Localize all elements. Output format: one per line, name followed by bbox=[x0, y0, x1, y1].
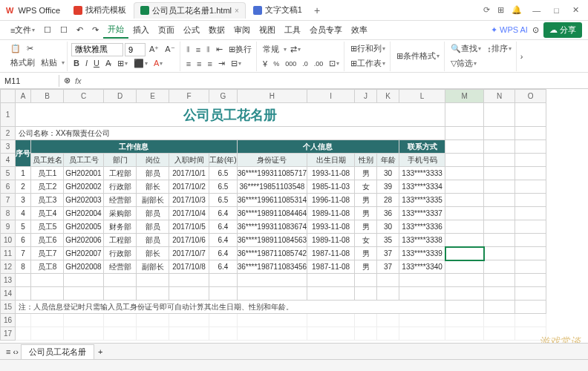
cell[interactable] bbox=[515, 260, 546, 274]
align-center-icon[interactable]: ≡ bbox=[195, 58, 203, 70]
transpose-icon[interactable]: ⇄▾ bbox=[288, 43, 303, 56]
cell[interactable] bbox=[484, 234, 515, 247]
indent-left-icon[interactable]: ⇤ bbox=[214, 43, 225, 56]
merge-icon[interactable]: ⊞ 换行 bbox=[226, 42, 254, 56]
cell-age[interactable]: 37 bbox=[377, 260, 399, 274]
cell-pos[interactable]: 副部长 bbox=[137, 260, 169, 274]
cell[interactable] bbox=[355, 287, 377, 301]
cell[interactable] bbox=[484, 180, 515, 194]
cell-yrs[interactable]: 6.5 bbox=[209, 180, 238, 194]
cell[interactable] bbox=[64, 327, 104, 341]
cell-name[interactable]: 员工5 bbox=[31, 220, 64, 234]
cell[interactable] bbox=[399, 274, 445, 287]
cell-pos[interactable]: 部员 bbox=[137, 220, 169, 234]
cell[interactable] bbox=[237, 287, 307, 301]
row-header[interactable]: 16 bbox=[1, 314, 16, 327]
cell[interactable] bbox=[445, 327, 484, 341]
cell-phone[interactable]: 133****3333 bbox=[399, 167, 445, 180]
cell[interactable] bbox=[31, 274, 64, 287]
cell[interactable] bbox=[484, 247, 515, 260]
cell[interactable] bbox=[31, 287, 64, 301]
cell-phone[interactable]: 133****3336 bbox=[399, 220, 445, 234]
menu-view[interactable]: 视图 bbox=[255, 22, 280, 38]
increase-font-icon[interactable]: A⁺ bbox=[147, 43, 161, 56]
col-header-M[interactable]: M bbox=[445, 90, 484, 103]
cell-seq[interactable]: 1 bbox=[16, 167, 31, 180]
cell[interactable] bbox=[137, 314, 169, 327]
cell-name[interactable]: 员工6 bbox=[31, 234, 64, 247]
menu-formula[interactable]: 公式 bbox=[179, 22, 204, 38]
cell[interactable] bbox=[484, 194, 515, 207]
row-header[interactable]: 12 bbox=[1, 260, 16, 274]
row-header[interactable]: 9 bbox=[1, 220, 16, 234]
fx-cancel-icon[interactable]: ⊗ bbox=[64, 76, 71, 85]
cell-gender[interactable]: 女 bbox=[355, 180, 377, 194]
align-right-icon[interactable]: ≡ bbox=[206, 58, 215, 70]
paste-button[interactable]: 粘贴 bbox=[39, 56, 59, 70]
format-brush[interactable]: 格式刷 bbox=[8, 56, 37, 70]
redo-icon[interactable]: ↷ bbox=[88, 23, 103, 37]
cell[interactable] bbox=[169, 274, 209, 287]
cell-dept[interactable]: 工程部 bbox=[104, 234, 137, 247]
row-header[interactable]: 6 bbox=[1, 180, 16, 194]
cell[interactable] bbox=[16, 274, 31, 287]
spreadsheet-grid[interactable]: ABCDEFGHIJKLMNO1公司员工花名册2公司名称：XX有限责任公司3序号… bbox=[0, 89, 588, 364]
cell[interactable] bbox=[307, 274, 355, 287]
cell-phone[interactable]: 133****3334 bbox=[399, 180, 445, 194]
cell[interactable] bbox=[31, 327, 64, 341]
cell-yrs[interactable]: 6.4 bbox=[209, 247, 238, 260]
cell-pos[interactable]: 部长 bbox=[137, 180, 169, 194]
cell-seq[interactable]: 4 bbox=[16, 207, 31, 220]
sheet-add-icon[interactable]: + bbox=[96, 347, 102, 356]
cell-hire[interactable]: 2017/10/8 bbox=[169, 260, 209, 274]
menu-icon-1[interactable]: ☐ bbox=[39, 23, 56, 37]
italic-icon[interactable]: I bbox=[83, 57, 90, 69]
cell-name[interactable]: 员工2 bbox=[31, 180, 64, 194]
row-header[interactable]: 10 bbox=[1, 234, 16, 247]
col-header-J[interactable]: J bbox=[355, 90, 377, 103]
cell-empno[interactable]: GH202002 bbox=[64, 180, 104, 194]
cond-format-button[interactable]: ⊞ 条件格式▾ bbox=[394, 49, 442, 63]
sheet-tab[interactable]: 公司员工花名册 bbox=[21, 344, 94, 359]
col-header-I[interactable]: I bbox=[307, 90, 355, 103]
cell[interactable] bbox=[104, 327, 137, 341]
menu-member[interactable]: 会员专享 bbox=[305, 22, 347, 38]
cell[interactable] bbox=[399, 314, 445, 327]
col-header-A[interactable]: A bbox=[16, 90, 31, 103]
cell[interactable] bbox=[169, 327, 209, 341]
cell[interactable] bbox=[484, 327, 515, 341]
sheet-nav-icon[interactable]: ≡ bbox=[6, 347, 10, 356]
cell-age[interactable]: 36 bbox=[377, 207, 399, 220]
sort-button[interactable]: ↕ 排序▾ bbox=[485, 42, 514, 56]
cell-hire[interactable]: 2017/10/3 bbox=[169, 194, 209, 207]
row-header[interactable]: 3 bbox=[1, 140, 16, 154]
row-col-button[interactable]: ⊞ 行和列▾ bbox=[348, 42, 388, 56]
cell[interactable] bbox=[377, 287, 399, 301]
cell[interactable] bbox=[64, 274, 104, 287]
col-header-L[interactable]: L bbox=[399, 90, 445, 103]
align-top-icon[interactable]: ⦀ bbox=[184, 43, 192, 56]
cell[interactable] bbox=[355, 327, 377, 341]
cell[interactable] bbox=[16, 327, 31, 341]
row-header[interactable]: 13 bbox=[1, 274, 16, 287]
cell-gender[interactable]: 男 bbox=[355, 220, 377, 234]
cell-pos[interactable]: 部员 bbox=[137, 207, 169, 220]
row-header[interactable]: 17 bbox=[1, 327, 16, 341]
cell-dept[interactable]: 行政部 bbox=[104, 247, 137, 260]
cell-gender[interactable]: 男 bbox=[355, 194, 377, 207]
cell[interactable] bbox=[137, 274, 169, 287]
cell-yrs[interactable]: 6.5 bbox=[209, 194, 238, 207]
cell-birth[interactable]: 1996-11-08 bbox=[307, 194, 355, 207]
cell[interactable] bbox=[355, 314, 377, 327]
cell-empno[interactable]: GH202008 bbox=[64, 260, 104, 274]
cell-hire[interactable]: 2017/10/5 bbox=[169, 220, 209, 234]
menu-icon-2[interactable]: ☐ bbox=[56, 23, 72, 37]
cell[interactable] bbox=[377, 274, 399, 287]
cell-seq[interactable]: 5 bbox=[16, 220, 31, 234]
cut-icon[interactable]: ✂ bbox=[24, 42, 36, 55]
col-header-E[interactable]: E bbox=[137, 90, 169, 103]
cell[interactable] bbox=[16, 314, 31, 327]
row-header[interactable]: 11 bbox=[1, 247, 16, 260]
cell-phone[interactable]: 133****3338 bbox=[399, 234, 445, 247]
row-header[interactable]: 7 bbox=[1, 194, 16, 207]
